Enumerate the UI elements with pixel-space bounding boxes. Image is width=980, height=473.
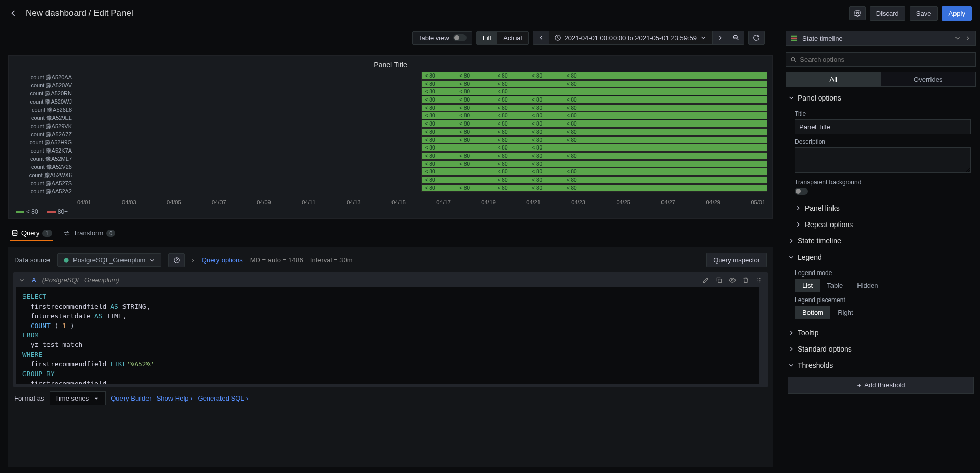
show-help-link[interactable]: Show Help ›: [157, 394, 193, 402]
chevron-right-icon: [788, 329, 795, 336]
tab-query[interactable]: Query 1: [10, 225, 53, 241]
section-tooltip[interactable]: Tooltip: [781, 325, 980, 341]
apply-button[interactable]: Apply: [942, 6, 972, 21]
refresh-button[interactable]: [748, 31, 765, 45]
state-segment[interactable]: < 80< 80< 80< 80< 80: [421, 184, 767, 192]
tab-all[interactable]: All: [786, 72, 881, 86]
settings-button[interactable]: [849, 6, 866, 20]
tab-transform[interactable]: Transform 0: [62, 225, 117, 241]
postgres-icon: [63, 257, 70, 264]
chevron-down-icon: [788, 362, 795, 369]
zoom-out-button[interactable]: [728, 31, 744, 45]
breadcrumb: New dashboard / Edit Panel: [26, 8, 133, 18]
svg-point-17: [791, 57, 795, 61]
duplicate-query-icon[interactable]: [716, 277, 723, 284]
legend-mode-hidden[interactable]: Hidden: [850, 279, 885, 292]
section-repeat-options[interactable]: Repeat options: [781, 216, 980, 233]
state-segment[interactable]: < 80< 80< 80< 80< 80: [421, 104, 767, 112]
svg-point-10: [757, 280, 758, 281]
state-segment[interactable]: < 80< 80< 80< 80< 80: [421, 152, 767, 160]
state-segment[interactable]: < 80< 80< 80< 80: [421, 80, 767, 88]
state-segment[interactable]: < 80< 80< 80< 80: [421, 176, 767, 184]
state-segment[interactable]: < 80< 80< 80< 80< 80: [421, 128, 767, 136]
datasource-help-button[interactable]: [168, 253, 185, 267]
refresh-icon: [753, 34, 760, 41]
chevron-down-icon[interactable]: [18, 277, 26, 284]
timeline-row: < 80< 80< 80< 80: [75, 160, 767, 168]
series-label: count 豫A529EL: [14, 114, 72, 122]
svg-rect-15: [791, 38, 797, 39]
xaxis-tick: 04/09: [257, 199, 271, 205]
time-prev-button[interactable]: [533, 31, 549, 45]
search-options-input[interactable]: [786, 52, 976, 67]
legend-place-right[interactable]: Right: [830, 306, 860, 319]
state-segment[interactable]: < 80< 80< 80< 80< 80: [421, 72, 767, 80]
section-legend[interactable]: Legend: [781, 249, 980, 265]
visualization-picker[interactable]: State timeline: [786, 31, 976, 46]
svg-rect-14: [791, 36, 797, 37]
query-builder-link[interactable]: Query Builder: [111, 394, 151, 402]
legend-mode-table[interactable]: Table: [820, 279, 850, 292]
xaxis-tick: 04/05: [167, 199, 181, 205]
edit-query-icon[interactable]: [702, 277, 709, 284]
generated-sql-link[interactable]: Generated SQL ›: [198, 394, 249, 402]
table-view-label: Table view: [418, 34, 449, 42]
add-threshold-button[interactable]: ＋ Add threshold: [788, 377, 974, 394]
legend-place-bottom[interactable]: Bottom: [795, 306, 830, 319]
svg-point-11: [760, 280, 761, 281]
svg-point-12: [757, 281, 758, 282]
interval-info: Interval = 30m: [310, 256, 353, 264]
chevron-right-icon: [795, 205, 802, 212]
state-segment[interactable]: < 80< 80< 80< 80: [421, 168, 767, 176]
query-options-link[interactable]: Query options: [202, 256, 243, 264]
actual-option[interactable]: Actual: [497, 32, 528, 44]
state-segment[interactable]: < 80< 80< 80< 80< 80: [421, 120, 767, 128]
delete-query-icon[interactable]: [742, 277, 749, 284]
legend-item-over80[interactable]: 80+: [47, 208, 68, 215]
section-standard-options[interactable]: Standard options: [781, 341, 980, 357]
question-icon: [173, 257, 180, 264]
legend-item-under80[interactable]: < 80: [16, 208, 38, 215]
search-options-field[interactable]: [800, 56, 971, 63]
tab-overrides[interactable]: Overrides: [881, 72, 976, 86]
transparent-bg-label: Transparent background: [795, 179, 971, 186]
discard-button[interactable]: Discard: [870, 6, 905, 21]
transform-count-badge: 0: [106, 230, 115, 237]
chevron-right-icon: [795, 221, 802, 228]
sql-editor[interactable]: SELECT firstrecommendfield AS STRING, fu…: [16, 287, 765, 384]
fill-option[interactable]: Fill: [477, 32, 498, 44]
clock-icon: [554, 34, 561, 41]
state-segment[interactable]: < 80< 80< 80: [421, 88, 767, 95]
state-segment[interactable]: < 80< 80< 80< 80< 80: [421, 136, 767, 144]
datasource-picker[interactable]: PostgreSQL_Greenplum: [57, 253, 161, 267]
timeline-row: < 80< 80< 80< 80< 80: [75, 104, 767, 112]
time-next-button[interactable]: [713, 31, 728, 45]
state-segment[interactable]: < 80< 80< 80< 80< 80: [421, 96, 767, 104]
back-arrow-icon[interactable]: [8, 8, 18, 18]
database-icon: [11, 230, 18, 237]
description-input[interactable]: [795, 147, 971, 173]
section-panel-links[interactable]: Panel links: [781, 200, 980, 216]
state-segment[interactable]: < 80< 80< 80< 80: [421, 160, 767, 168]
xaxis-tick: 04/11: [302, 199, 316, 205]
title-input[interactable]: [795, 119, 971, 134]
series-label: count 豫A52A7Z: [14, 131, 72, 138]
save-button[interactable]: Save: [910, 6, 938, 21]
state-segment[interactable]: < 80< 80< 80< 80< 80: [421, 112, 767, 119]
query-inspector-button[interactable]: Query inspector: [706, 253, 767, 267]
section-panel-options[interactable]: Panel options: [781, 90, 980, 106]
fill-actual-segment: Fill Actual: [476, 31, 529, 45]
chevron-left-icon: [537, 34, 545, 41]
section-thresholds[interactable]: Thresholds: [781, 357, 980, 374]
legend-placement-label: Legend placement: [795, 296, 971, 304]
legend-mode-list[interactable]: List: [795, 279, 820, 292]
transparent-bg-toggle[interactable]: [795, 188, 808, 195]
section-state-timeline[interactable]: State timeline: [781, 233, 980, 249]
format-as-select[interactable]: Time series: [50, 391, 106, 405]
format-as-label: Format as: [14, 394, 44, 402]
table-view-toggle[interactable]: Table view: [412, 31, 472, 45]
state-segment[interactable]: < 80< 80< 80: [421, 144, 767, 152]
drag-handle-icon[interactable]: [755, 277, 763, 284]
toggle-visibility-icon[interactable]: [729, 277, 736, 284]
time-range-picker[interactable]: 2021-04-01 00:00:00 to 2021-05-01 23:59:…: [549, 31, 713, 45]
